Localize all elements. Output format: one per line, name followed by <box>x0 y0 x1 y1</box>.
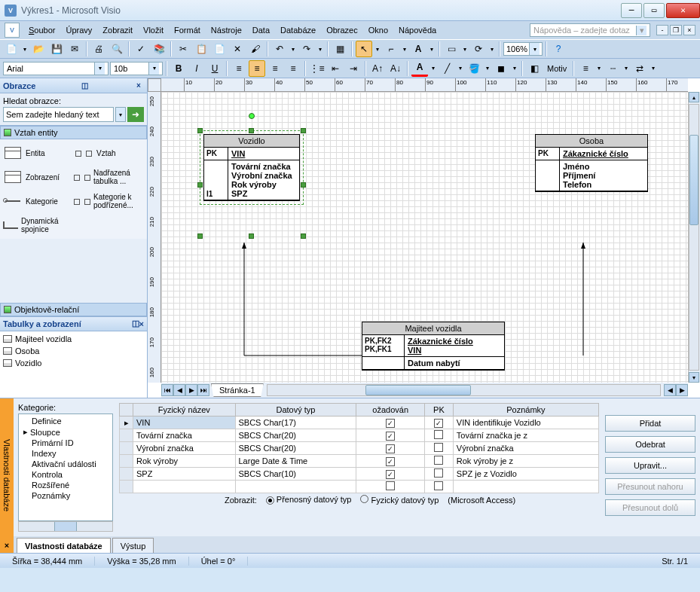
shape-item[interactable]: Nadřazená tabulka ... <box>72 165 143 189</box>
add-button[interactable]: Přidat <box>605 415 695 432</box>
resize-handle[interactable] <box>197 128 203 133</box>
delete-icon[interactable]: ✕ <box>229 41 246 57</box>
search-go-button[interactable]: ➜ <box>127 107 144 122</box>
help-icon[interactable]: ? <box>550 41 567 57</box>
shape-item[interactable]: Vztah <box>72 141 143 165</box>
menu-help[interactable]: Nápověda <box>394 24 441 36</box>
undo-icon[interactable]: ↶ <box>271 41 288 57</box>
table-row[interactable]: SPZSBCS Char(10)✓SPZ je z Vozidlo <box>120 468 599 481</box>
shape-item[interactable]: Kategorie <box>2 189 72 213</box>
scroll-up-icon[interactable]: ▴ <box>689 92 699 102</box>
horizontal-scrollbar[interactable] <box>267 384 661 396</box>
indent-dec-icon[interactable]: ⇤ <box>327 60 344 77</box>
mdi-restore[interactable]: ❐ <box>670 25 682 35</box>
menu-tools[interactable]: Nástroje <box>206 24 246 36</box>
shape-item[interactable]: Kategorie k podřízené... <box>72 189 143 213</box>
bold-icon[interactable]: B <box>170 60 187 77</box>
maximize-button[interactable]: ▭ <box>643 3 665 18</box>
category-item[interactable]: Aktivační události <box>20 459 111 469</box>
pane-close-icon[interactable]: × <box>133 81 144 91</box>
resize-handle[interactable] <box>301 182 306 188</box>
table-row[interactable]: Výrobní značkaSBCS Char(20)✓Výrobní znač… <box>120 442 599 455</box>
category-item[interactable]: Primární ID <box>20 438 111 448</box>
edit-button[interactable]: Upravit... <box>605 457 695 474</box>
menu-view[interactable]: Zobrazit <box>98 24 137 36</box>
menu-window[interactable]: Okno <box>364 24 393 36</box>
tables-menu-icon[interactable]: ◫ <box>132 319 139 328</box>
category-item[interactable]: Kontrola <box>20 469 111 480</box>
resize-handle[interactable] <box>301 233 306 239</box>
redo-icon[interactable]: ↷ <box>298 41 315 57</box>
new-icon[interactable]: 📄 <box>3 41 20 57</box>
size-selector[interactable]: 10b▾ <box>110 62 163 75</box>
scroll-down-icon[interactable]: ▾ <box>689 372 699 383</box>
font-size-dec-icon[interactable]: A↓ <box>387 60 404 77</box>
radio-portable[interactable]: Přenosný datový typ <box>266 495 352 505</box>
align-center-icon[interactable]: ≡ <box>249 60 265 77</box>
category-list[interactable]: Definice▸SloupcePrimární IDIndexyAktivač… <box>18 413 113 521</box>
page-tab[interactable]: Stránka-1 <box>211 383 264 397</box>
tables-close-icon[interactable]: × <box>139 319 144 328</box>
resize-handle[interactable] <box>301 128 306 133</box>
table-list-item[interactable]: Osoba <box>2 345 145 357</box>
radio-physical[interactable]: Fyzický datový typ <box>360 495 439 505</box>
motiv-label[interactable]: Motiv <box>544 64 570 73</box>
line-color-icon[interactable]: ╱ <box>439 60 455 77</box>
category-item[interactable]: Definice <box>20 416 111 426</box>
new-dropdown[interactable]: ▾ <box>21 46 29 53</box>
rotation-handle[interactable] <box>249 113 255 119</box>
align-justify-icon[interactable]: ≡ <box>285 60 301 77</box>
shapes-icon[interactable]: ▦ <box>332 41 348 57</box>
tab-output[interactable]: Výstup <box>112 538 154 553</box>
underline-icon[interactable]: U <box>206 60 223 77</box>
save-icon[interactable]: 💾 <box>48 41 65 57</box>
side-tab-db[interactable]: Vlastnosti databáze × <box>0 398 14 553</box>
resize-handle[interactable] <box>249 128 254 133</box>
shape-item[interactable]: Zobrazení <box>2 165 72 189</box>
table-row[interactable]: ▸VINSBCS Char(17)✓✓VIN identifikuje Vozi… <box>120 417 599 429</box>
copy-icon[interactable]: 📋 <box>193 41 209 57</box>
indent-inc-icon[interactable]: ⇥ <box>345 60 362 77</box>
tab-first-icon[interactable]: ⏮ <box>161 384 173 396</box>
menu-shape[interactable]: Obrazec <box>322 24 362 36</box>
spelling-icon[interactable]: ✓ <box>133 41 149 57</box>
line-pattern-icon[interactable]: ┄ <box>604 60 621 77</box>
table-row[interactable]: Rok výrobyLarge Date & Time✓Rok výroby j… <box>120 455 599 468</box>
align-right-icon[interactable]: ≡ <box>267 60 283 77</box>
resize-handle[interactable] <box>197 233 203 239</box>
entity-vozidlo[interactable]: Vozidlo PKVIN I1Tovární značka Výrobní z… <box>203 134 300 201</box>
category-item[interactable]: Rozšířené <box>20 480 111 490</box>
motiv-icon[interactable]: ◧ <box>526 60 543 77</box>
font-selector[interactable]: Arial▾ <box>3 62 109 75</box>
menu-database[interactable]: Databáze <box>276 24 320 36</box>
tab-prev-icon[interactable]: ◀ <box>173 384 185 396</box>
scroll-right-icon[interactable]: ▶ <box>676 384 688 396</box>
mail-icon[interactable]: ✉ <box>66 41 83 57</box>
print-preview-icon[interactable]: 🔍 <box>109 41 125 57</box>
visio-icon[interactable]: V <box>5 23 20 38</box>
category-item[interactable]: Poznámky <box>20 490 111 501</box>
line-ends-icon[interactable]: ⇄ <box>631 60 648 77</box>
menu-file[interactable]: Soubordocument.currentScript.previousEle… <box>24 24 60 36</box>
table-row[interactable]: Tovární značkaSBCS Char(20)✓Tovární znač… <box>120 429 599 442</box>
columns-table[interactable]: Fyzický název Datový typ ožadován PK Poz… <box>119 403 599 493</box>
shape-search-input[interactable] <box>3 107 114 122</box>
format-painter-icon[interactable]: 🖌 <box>247 41 264 57</box>
tab-next-icon[interactable]: ▶ <box>185 384 197 396</box>
drawing-surface[interactable]: Vozidlo PKVIN I1Tovární značka Výrobní z… <box>161 92 688 383</box>
menu-format[interactable]: Formát <box>170 24 205 36</box>
line-weight-icon[interactable]: ≡ <box>577 60 594 77</box>
research-icon[interactable]: 📚 <box>151 41 167 57</box>
menu-data[interactable]: Data <box>248 24 274 36</box>
shape-item[interactable]: Dynamická spojnice <box>2 213 72 237</box>
cut-icon[interactable]: ✂ <box>175 41 191 57</box>
italic-icon[interactable]: I <box>188 60 205 77</box>
remove-button[interactable]: Odebrat <box>605 436 695 453</box>
category-entity-relation[interactable]: Vztah entity <box>0 126 147 139</box>
shadow-icon[interactable]: ◼ <box>493 60 509 77</box>
zoom-box[interactable]: 106%▾ <box>503 42 543 56</box>
rotate-icon[interactable]: ⟳ <box>470 41 487 57</box>
menu-edit[interactable]: Úpravy <box>61 24 96 36</box>
side-tab-close-icon[interactable]: × <box>5 541 9 550</box>
scroll-left-icon[interactable]: ◀ <box>664 384 676 396</box>
